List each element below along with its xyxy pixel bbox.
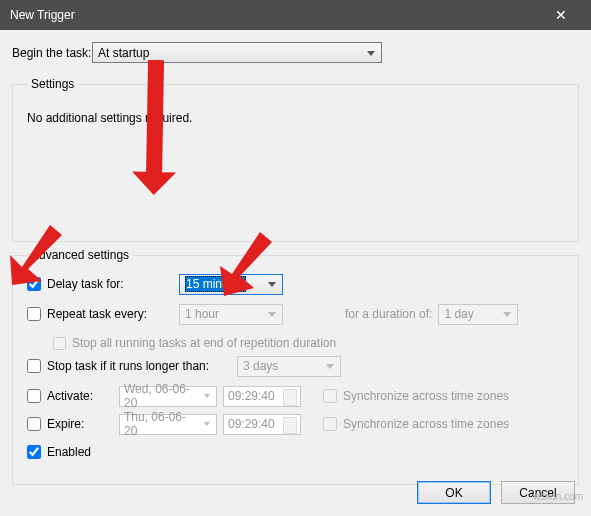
activate-date-text: Wed, 06-06-20 [124, 382, 198, 410]
begin-task-row: Begin the task: At startup [12, 42, 579, 63]
activate-time-text: 09:29:40 [228, 389, 275, 403]
enabled-label: Enabled [47, 445, 179, 459]
activate-time[interactable]: 09:29:40 [223, 386, 301, 407]
expire-date[interactable]: Thu, 06-06-20 [119, 414, 217, 435]
stop-longer-select[interactable]: 3 days [237, 356, 341, 377]
stop-all-row: Stop all running tasks at end of repetit… [27, 332, 568, 354]
settings-group: Settings No additional settings required… [12, 77, 579, 242]
activate-checkbox[interactable] [27, 389, 41, 403]
enabled-checkbox[interactable] [27, 445, 41, 459]
activate-row: Activate: Wed, 06-06-20 09:29:40 Synchro… [27, 384, 568, 408]
repeat-interval-select[interactable]: 1 hour [179, 304, 283, 325]
activate-date[interactable]: Wed, 06-06-20 [119, 386, 217, 407]
delay-select[interactable]: 15 minutes [179, 274, 283, 295]
stop-all-checkbox [53, 337, 66, 350]
stop-longer-label: Stop task if it runs longer than: [47, 359, 237, 373]
delay-value: 15 minutes [185, 276, 246, 292]
repeat-row: Repeat task every: 1 hour for a duration… [27, 302, 568, 326]
expire-sync-checkbox [323, 417, 337, 431]
advanced-group: Advanced settings Delay task for: 15 min… [12, 248, 579, 485]
stop-all-label: Stop all running tasks at end of repetit… [72, 336, 336, 350]
settings-legend: Settings [27, 77, 78, 91]
expire-label: Expire: [47, 417, 107, 431]
settings-text: No additional settings required. [27, 101, 568, 125]
activate-label: Activate: [47, 389, 107, 403]
close-button[interactable]: ✕ [541, 0, 581, 30]
delay-checkbox[interactable] [27, 277, 41, 291]
activate-sync-checkbox [323, 389, 337, 403]
delay-row: Delay task for: 15 minutes [27, 272, 568, 296]
expire-date-text: Thu, 06-06-20 [124, 410, 198, 438]
stop-longer-row: Stop task if it runs longer than: 3 days [27, 354, 568, 378]
begin-task-select[interactable]: At startup [92, 42, 382, 63]
expire-sync-label: Synchronize across time zones [343, 417, 509, 431]
activate-sync-label: Synchronize across time zones [343, 389, 509, 403]
repeat-label: Repeat task every: [47, 307, 179, 321]
ok-label: OK [445, 486, 462, 500]
expire-row: Expire: Thu, 06-06-20 09:29:40 Synchroni… [27, 412, 568, 436]
repeat-duration-label: for a duration of: [345, 307, 432, 321]
begin-task-value: At startup [98, 46, 149, 60]
expire-time-text: 09:29:40 [228, 417, 275, 431]
titlebar: New Trigger ✕ [0, 0, 591, 30]
repeat-checkbox[interactable] [27, 307, 41, 321]
repeat-duration-value: 1 day [444, 307, 473, 321]
close-icon: ✕ [555, 7, 567, 23]
ok-button[interactable]: OK [417, 481, 491, 504]
client-area: Begin the task: At startup Settings No a… [0, 30, 591, 516]
expire-time[interactable]: 09:29:40 [223, 414, 301, 435]
stop-longer-value: 3 days [243, 359, 278, 373]
window-title: New Trigger [10, 8, 541, 22]
enabled-row: Enabled [27, 440, 568, 464]
delay-label: Delay task for: [47, 277, 179, 291]
repeat-duration-select[interactable]: 1 day [438, 304, 518, 325]
advanced-legend: Advanced settings [27, 248, 133, 262]
expire-checkbox[interactable] [27, 417, 41, 431]
repeat-interval-value: 1 hour [185, 307, 219, 321]
begin-task-label: Begin the task: [12, 46, 92, 60]
watermark: wsxdn.com [533, 491, 583, 502]
stop-longer-checkbox[interactable] [27, 359, 41, 373]
